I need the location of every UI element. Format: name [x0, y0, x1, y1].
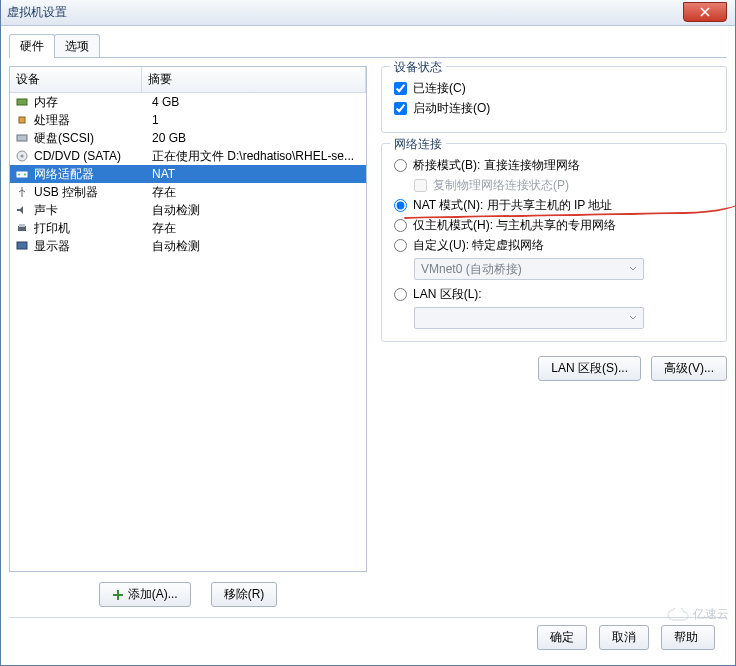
device-summary: 4 GB: [152, 95, 362, 109]
device-name: 声卡: [34, 202, 152, 219]
device-row-0[interactable]: 内存4 GB: [10, 93, 366, 111]
device-summary: 存在: [152, 184, 362, 201]
help-button[interactable]: 帮助: [661, 625, 715, 650]
device-list[interactable]: 设备 摘要 内存4 GB处理器1硬盘(SCSI)20 GBCD/DVD (SAT…: [9, 66, 367, 572]
custom-input[interactable]: [394, 239, 407, 252]
custom-radio[interactable]: 自定义(U): 特定虚拟网络: [394, 237, 714, 254]
usb-icon: [14, 185, 30, 199]
device-row-3[interactable]: CD/DVD (SATA)正在使用文件 D:\redhatiso\RHEL-se…: [10, 147, 366, 165]
tab-hardware[interactable]: 硬件: [9, 34, 55, 58]
close-button[interactable]: [683, 2, 727, 22]
poweron-input[interactable]: [394, 102, 407, 115]
network-legend: 网络连接: [390, 136, 446, 153]
device-summary: 自动检测: [152, 238, 362, 255]
display-icon: [14, 239, 30, 253]
client-area: 硬件 选项 设备 摘要 内存4 GB处理器1硬盘(SCSI)20 GBCD/DV…: [1, 26, 735, 665]
device-row-7[interactable]: 打印机存在: [10, 219, 366, 237]
device-row-8[interactable]: 显示器自动检测: [10, 237, 366, 255]
advanced-button[interactable]: 高级(V)...: [651, 356, 727, 381]
vm-settings-window: 虚拟机设置 硬件 选项 设备 摘要 内存4 GB处理器1硬盘(SCSI)20 G…: [0, 0, 736, 666]
device-summary: 1: [152, 113, 362, 127]
replicate-label: 复制物理网络连接状态(P): [433, 177, 569, 194]
remove-button[interactable]: 移除(R): [211, 582, 278, 607]
poweron-checkbox[interactable]: 启动时连接(O): [394, 100, 714, 117]
device-name: 打印机: [34, 220, 152, 237]
device-row-2[interactable]: 硬盘(SCSI)20 GB: [10, 129, 366, 147]
printer-icon: [14, 221, 30, 235]
header-summary: 摘要: [142, 67, 366, 92]
custom-network-select: VMnet0 (自动桥接): [414, 258, 644, 280]
ok-label: 确定: [550, 629, 574, 646]
cancel-label: 取消: [612, 629, 636, 646]
device-list-header: 设备 摘要: [10, 67, 366, 93]
lan-segments-button[interactable]: LAN 区段(S)...: [538, 356, 641, 381]
bridged-label: 桥接模式(B): 直接连接物理网络: [413, 157, 580, 174]
connected-checkbox[interactable]: 已连接(C): [394, 80, 714, 97]
poweron-label: 启动时连接(O): [413, 100, 490, 117]
device-summary: 20 GB: [152, 131, 362, 145]
watermark: 亿速云: [667, 606, 729, 623]
remove-button-label: 移除(R): [224, 586, 265, 603]
device-summary: NAT: [152, 167, 362, 181]
custom-select-value: VMnet0 (自动桥接): [421, 261, 522, 278]
connected-input[interactable]: [394, 82, 407, 95]
svg-rect-2: [17, 135, 27, 141]
content-area: 设备 摘要 内存4 GB处理器1硬盘(SCSI)20 GBCD/DVD (SAT…: [9, 58, 727, 617]
device-row-6[interactable]: 声卡自动检测: [10, 201, 366, 219]
svg-point-7: [24, 174, 26, 176]
plus-icon: [112, 589, 124, 601]
header-device: 设备: [10, 67, 142, 92]
window-title: 虚拟机设置: [7, 4, 67, 21]
device-panel: 设备 摘要 内存4 GB处理器1硬盘(SCSI)20 GBCD/DVD (SAT…: [9, 66, 367, 617]
connected-label: 已连接(C): [413, 80, 466, 97]
device-name: CD/DVD (SATA): [34, 149, 152, 163]
svg-point-6: [18, 174, 20, 176]
hostonly-input[interactable]: [394, 219, 407, 232]
watermark-text: 亿速云: [693, 606, 729, 623]
device-status-legend: 设备状态: [390, 59, 446, 76]
add-button[interactable]: 添加(A)...: [99, 582, 191, 607]
hostonly-radio[interactable]: 仅主机模式(H): 与主机共享的专用网络: [394, 217, 714, 234]
bridged-radio[interactable]: 桥接模式(B): 直接连接物理网络: [394, 157, 714, 174]
chevron-down-icon: [629, 265, 637, 273]
bridged-input[interactable]: [394, 159, 407, 172]
cpu-icon: [14, 113, 30, 127]
nat-radio[interactable]: NAT 模式(N): 用于共享主机的 IP 地址: [394, 197, 714, 214]
network-icon: [14, 167, 30, 181]
memory-icon: [14, 95, 30, 109]
svg-rect-9: [19, 224, 25, 227]
network-connection-group: 网络连接 桥接模式(B): 直接连接物理网络 复制物理网络连接状态(P) NAT…: [381, 143, 727, 342]
lansegment-label: LAN 区段(L):: [413, 286, 482, 303]
add-button-label: 添加(A)...: [128, 586, 178, 603]
hostonly-label: 仅主机模式(H): 与主机共享的专用网络: [413, 217, 616, 234]
device-row-1[interactable]: 处理器1: [10, 111, 366, 129]
lansegment-radio[interactable]: LAN 区段(L):: [394, 286, 714, 303]
device-row-5[interactable]: USB 控制器存在: [10, 183, 366, 201]
ok-button[interactable]: 确定: [537, 625, 587, 650]
network-extra-buttons: LAN 区段(S)... 高级(V)...: [381, 356, 727, 381]
cloud-icon: [667, 608, 689, 622]
sound-icon: [14, 203, 30, 217]
cd-icon: [14, 149, 30, 163]
replicate-checkbox: 复制物理网络连接状态(P): [414, 177, 714, 194]
svg-rect-0: [17, 99, 27, 105]
tab-strip: 硬件 选项: [9, 34, 727, 58]
nat-label: NAT 模式(N): 用于共享主机的 IP 地址: [413, 197, 612, 214]
close-icon: [700, 7, 710, 17]
device-status-group: 设备状态 已连接(C) 启动时连接(O): [381, 66, 727, 133]
lan-segments-label: LAN 区段(S)...: [551, 360, 628, 377]
custom-label: 自定义(U): 特定虚拟网络: [413, 237, 544, 254]
device-summary: 正在使用文件 D:\redhatiso\RHEL-se...: [152, 148, 362, 165]
lansegment-input[interactable]: [394, 288, 407, 301]
device-name: 硬盘(SCSI): [34, 130, 152, 147]
device-row-4[interactable]: 网络适配器NAT: [10, 165, 366, 183]
nat-input[interactable]: [394, 199, 407, 212]
replicate-input: [414, 179, 427, 192]
lan-segment-select: [414, 307, 644, 329]
tab-options[interactable]: 选项: [54, 34, 100, 58]
svg-rect-10: [17, 242, 27, 249]
device-name: 内存: [34, 94, 152, 111]
cancel-button[interactable]: 取消: [599, 625, 649, 650]
device-list-body: 内存4 GB处理器1硬盘(SCSI)20 GBCD/DVD (SATA)正在使用…: [10, 93, 366, 255]
device-summary: 自动检测: [152, 202, 362, 219]
